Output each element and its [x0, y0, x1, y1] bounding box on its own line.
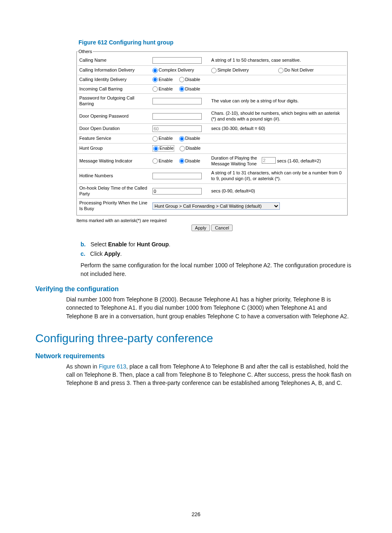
row-door-pwd: Door Opening Password Chars. (2-10), sho…: [78, 109, 346, 124]
step-b: b. Select Enable for Hunt Group.: [81, 240, 344, 248]
hint-onhook: secs (0-90, default=0): [210, 183, 346, 199]
input-mwi-duration[interactable]: [262, 157, 276, 164]
link-figure-613[interactable]: Figure 613: [99, 363, 126, 370]
row-priority: Processing Priority When the Line Is Bus…: [78, 199, 346, 213]
cancel-button[interactable]: Cancel: [211, 225, 233, 231]
label-hunt: Hunt Group: [78, 144, 151, 154]
row-onhook: On-hook Delay Time of the Called Party s…: [78, 183, 346, 199]
radio-feature-disable[interactable]: Disable: [179, 136, 201, 141]
para-verifying: Dial number 1000 from Telephone B (2000)…: [66, 295, 354, 320]
hint-calling-name: A string of 1 to 50 characters, case sen…: [210, 56, 346, 66]
row-incoming-barring: Incoming Call Barring Enable Disable: [78, 84, 346, 94]
input-pwd-out[interactable]: [152, 98, 202, 104]
row-pwd-outgoing: Password for Outgoing Call Barring The v…: [78, 94, 346, 109]
others-fieldset: Others Calling Name A string of 1 to 50 …: [76, 49, 348, 216]
radio-identity-disable[interactable]: Disable: [179, 77, 201, 82]
radio-barring-enable[interactable]: Enable: [152, 86, 173, 91]
label-onhook: On-hook Delay Time of the Called Party: [78, 183, 151, 199]
select-priority[interactable]: Hunt Group > Call Forwarding > Call Wait…: [152, 202, 280, 210]
label-pwd-out: Password for Outgoing Call Barring: [78, 94, 151, 109]
label-door-pwd: Door Opening Password: [78, 109, 151, 124]
row-calling-identity-delivery: Calling Identity Delivery Enable Disable: [78, 75, 346, 84]
label-priority: Processing Priority When the Line Is Bus…: [78, 199, 151, 213]
label-door-dur: Door Open Duration: [78, 124, 151, 134]
radio-barring-disable[interactable]: Disable: [179, 86, 201, 91]
input-onhook[interactable]: [152, 188, 202, 195]
required-note: Items marked with an asterisk(*) are req…: [76, 218, 348, 223]
heading-verifying: Verifying the configuration: [35, 285, 357, 293]
label-calling-name: Calling Name: [78, 56, 151, 66]
input-hotline[interactable]: [152, 173, 202, 179]
label-mwi: Message Waiting Indicator: [78, 153, 151, 169]
row-feature-service: Feature Service Enable Disable: [78, 134, 346, 144]
label-cid: Calling Information Delivery: [78, 66, 151, 75]
para-network-requirements: As shown in Figure 613, place a call fro…: [66, 362, 354, 387]
input-calling-name[interactable]: [152, 57, 202, 64]
radio-do-not-deliver[interactable]: Do Not Deliver: [278, 67, 314, 72]
heading-three-party-conference: Configuring three-party conference: [35, 332, 357, 345]
hint-hotline: A string of 1 to 31 characters, which ca…: [210, 169, 346, 184]
config-form-screenshot: Others Calling Name A string of 1 to 50 …: [76, 49, 348, 231]
hint-door-pwd: Chars. (2-10), should be numbers, which …: [210, 109, 346, 124]
heading-network-requirements: Network requirements: [35, 352, 357, 360]
label-hotline: Hotline Numbers: [78, 169, 151, 184]
row-calling-name: Calling Name A string of 1 to 50 charact…: [78, 56, 346, 66]
page-number: 226: [0, 511, 392, 517]
hint-pwd-out: The value can only be a string of four d…: [210, 94, 346, 109]
label-identity: Calling Identity Delivery: [78, 75, 151, 84]
radio-hunt-enable[interactable]: Enable: [153, 146, 173, 151]
apply-button[interactable]: Apply: [191, 225, 210, 231]
radio-simple-delivery[interactable]: Simple Delivery: [211, 67, 249, 72]
mwi-duration-label: Duration of Playing the Message Waiting …: [211, 155, 261, 167]
figure-caption: Figure 612 Configuring hunt group: [78, 39, 357, 46]
hint-door-dur: secs (30-300, default = 60): [210, 124, 346, 134]
radio-complex-delivery[interactable]: Complex Delivery: [152, 67, 194, 72]
row-door-dur: Door Open Duration secs (30-300, default…: [78, 124, 346, 134]
radio-mwi-disable[interactable]: Disable: [179, 158, 201, 163]
label-feature: Feature Service: [78, 134, 151, 144]
row-hotline: Hotline Numbers A string of 1 to 31 char…: [78, 169, 346, 184]
radio-identity-enable[interactable]: Enable: [152, 77, 173, 82]
radio-feature-enable[interactable]: Enable: [152, 136, 173, 141]
step-c: c. Click Apply.: [81, 250, 344, 258]
fieldset-legend: Others: [78, 49, 93, 54]
para-after-steps: Perform the same configuration for the l…: [81, 261, 352, 278]
row-mwi: Message Waiting Indicator Enable Disable…: [78, 153, 346, 169]
radio-mwi-enable[interactable]: Enable: [152, 158, 173, 163]
row-calling-info-delivery: Calling Information Delivery Complex Del…: [78, 66, 346, 75]
input-door-pwd[interactable]: [152, 113, 202, 120]
row-hunt-group: Hunt Group Enable Disable: [78, 144, 346, 154]
input-door-dur[interactable]: [152, 125, 202, 132]
label-barring: Incoming Call Barring: [78, 84, 151, 94]
hint-mwi-duration: secs (1-60, default=2): [277, 158, 321, 163]
radio-hunt-disable[interactable]: Disable: [180, 146, 201, 151]
